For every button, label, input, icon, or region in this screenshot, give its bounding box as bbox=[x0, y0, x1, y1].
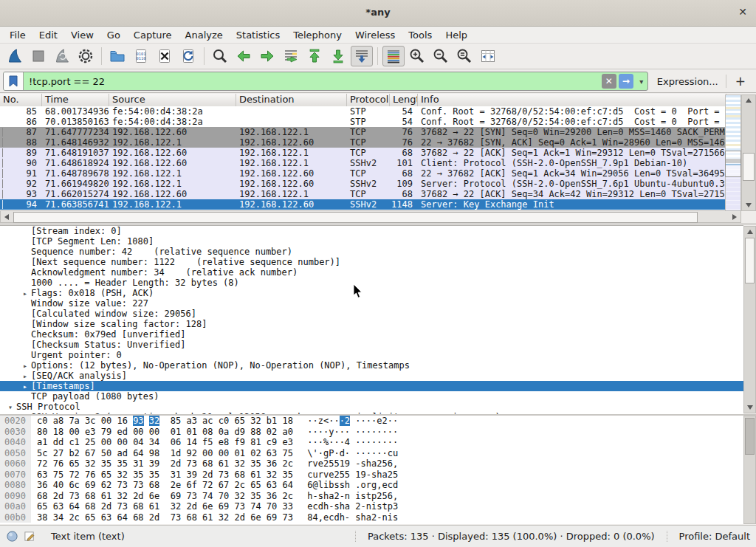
menu-wireless[interactable]: Wireless bbox=[348, 28, 402, 42]
hex-row[interactable]: 003080 18 00 e3 79 ed 00 00 01 01 08 0a … bbox=[0, 427, 743, 438]
bytes-scrollbar[interactable] bbox=[743, 416, 756, 524]
hex-row[interactable]: 00b038 34 2c 65 63 64 68 2d 73 68 61 32 … bbox=[0, 512, 743, 523]
column-header-time[interactable]: Time bbox=[42, 94, 109, 106]
column-header-protocol[interactable]: Protocol bbox=[347, 94, 390, 106]
scroll-down-icon[interactable] bbox=[744, 402, 755, 413]
column-header-no[interactable]: No. bbox=[0, 94, 42, 106]
detail-line[interactable]: [Next sequence number: 1122 (relative se… bbox=[0, 257, 743, 267]
detail-line[interactable]: ▸Flags: 0x018 (PSH, ACK) bbox=[0, 288, 743, 298]
detail-line[interactable]: ▸[Timestamps] bbox=[0, 381, 743, 391]
capture-comment-icon[interactable] bbox=[24, 530, 36, 543]
go-to-bottom-icon[interactable] bbox=[327, 46, 349, 66]
packet-row[interactable]: 8771.647777234192.168.122.60192.168.122.… bbox=[0, 127, 741, 137]
hex-row[interactable]: 007063 75 72 76 65 32 35 35 31 39 2d 73 … bbox=[0, 469, 743, 481]
find-packet-icon[interactable] bbox=[209, 46, 231, 66]
display-filter-input[interactable]: !tcp.port == 22 ✕ → ▾ bbox=[3, 72, 648, 91]
zoom-reset-icon[interactable] bbox=[453, 46, 475, 66]
detail-line[interactable]: Checksum: 0x79ed [unverified] bbox=[0, 329, 743, 340]
hex-row[interactable]: 0040a1 dd c1 25 00 00 04 34 06 14 f5 e8 … bbox=[0, 437, 743, 448]
scrollbar-thumb[interactable] bbox=[745, 238, 755, 283]
detail-line[interactable]: Window size value: 227 bbox=[0, 298, 743, 309]
collapsed-arrow-icon[interactable]: ▸ bbox=[19, 382, 31, 391]
detail-line[interactable]: [Checksum Status: Unverified] bbox=[0, 340, 743, 350]
save-file-icon[interactable]: 01010110 bbox=[130, 46, 152, 66]
collapsed-arrow-icon[interactable]: ▸ bbox=[19, 289, 31, 298]
packet-row[interactable]: 9071.648618924192.168.122.60192.168.122.… bbox=[0, 158, 741, 168]
packet-list-scrollbar[interactable] bbox=[741, 94, 756, 211]
go-back-icon[interactable] bbox=[233, 46, 255, 66]
hex-row[interactable]: 00505c 27 b2 67 50 ad 64 98 1d 92 00 00 … bbox=[0, 448, 743, 459]
hex-row[interactable]: 00a065 63 64 68 2d 73 68 61 32 2d 6e 69 … bbox=[0, 501, 743, 512]
resize-columns-icon[interactable] bbox=[477, 46, 499, 66]
scroll-up-icon[interactable] bbox=[744, 227, 755, 237]
scroll-right-icon[interactable] bbox=[729, 211, 740, 222]
detail-line[interactable]: [TCP Segment Len: 1080] bbox=[0, 236, 743, 247]
detail-line[interactable]: ▸Options: (12 bytes), No-Operation (NOP)… bbox=[0, 360, 743, 371]
minimap-thumb[interactable] bbox=[725, 151, 741, 177]
hex-row[interactable]: 009068 2d 73 68 61 32 2d 6e 69 73 74 70 … bbox=[0, 491, 743, 502]
detail-line[interactable]: Acknowledgment number: 34 (relative ack … bbox=[0, 267, 743, 278]
colorize-packets-icon[interactable] bbox=[382, 46, 405, 66]
scroll-down-icon[interactable] bbox=[742, 200, 755, 210]
auto-scroll-icon[interactable] bbox=[351, 46, 373, 66]
detail-line[interactable]: Sequence number: 42 (relative sequence n… bbox=[0, 247, 743, 257]
packet-row[interactable]: 9171.648789678192.168.122.1192.168.122.6… bbox=[0, 168, 741, 179]
reload-file-icon[interactable] bbox=[177, 46, 199, 66]
start-capture-icon[interactable] bbox=[4, 46, 26, 66]
filter-text[interactable]: !tcp.port == 22 bbox=[24, 76, 602, 87]
menu-statistics[interactable]: Statistics bbox=[230, 28, 286, 42]
close-file-icon[interactable] bbox=[154, 46, 176, 66]
add-filter-button[interactable]: + bbox=[735, 74, 746, 89]
column-header-source[interactable]: Source bbox=[109, 94, 236, 106]
menu-telephony[interactable]: Telephony bbox=[286, 28, 348, 42]
packet-row[interactable]: 9371.662015274192.168.122.60192.168.122.… bbox=[0, 189, 741, 199]
capture-options-icon[interactable] bbox=[75, 46, 97, 66]
hex-row[interactable]: 0020c0 a8 7a 3c 00 16 93 32 85 a3 ac c0 … bbox=[0, 416, 743, 427]
expression-button[interactable]: Expression... bbox=[657, 76, 718, 87]
column-header-info[interactable]: Info bbox=[418, 94, 726, 106]
go-forward-icon[interactable] bbox=[256, 46, 278, 66]
filter-dropdown-icon[interactable]: ▾ bbox=[636, 78, 647, 86]
menu-help[interactable]: Help bbox=[439, 28, 474, 42]
packet-row[interactable]: 8568.001734936fe:54:00:d4:38:2aSTP54Conf… bbox=[0, 106, 741, 117]
go-to-top-icon[interactable] bbox=[303, 46, 326, 66]
packet-row[interactable]: 8871.648146932192.168.122.1192.168.122.6… bbox=[0, 137, 741, 148]
detail-line[interactable]: [Calculated window size: 29056] bbox=[0, 309, 743, 319]
detail-line[interactable]: [Window size scaling factor: 128] bbox=[0, 319, 743, 329]
packet-list-minimap[interactable] bbox=[725, 94, 741, 211]
detail-line[interactable]: Urgent pointer: 0 bbox=[0, 350, 743, 360]
detail-line[interactable]: ▸[SEQ/ACK analysis] bbox=[0, 371, 743, 381]
menu-view[interactable]: View bbox=[64, 28, 100, 42]
filter-apply-icon[interactable]: → bbox=[619, 74, 633, 89]
menu-go[interactable]: Go bbox=[100, 28, 127, 42]
hex-row[interactable]: 006072 76 65 32 35 35 31 39 2d 73 68 61 … bbox=[0, 458, 743, 469]
filter-bookmark-icon[interactable] bbox=[4, 72, 24, 90]
open-file-icon[interactable] bbox=[106, 46, 128, 66]
scrollbar-thumb[interactable] bbox=[745, 418, 755, 455]
filter-clear-icon[interactable]: ✕ bbox=[602, 74, 616, 89]
menu-edit[interactable]: Edit bbox=[32, 28, 64, 42]
packet-row[interactable]: 9471.663856741192.168.122.1192.168.122.6… bbox=[0, 199, 741, 210]
scrollbar-thumb[interactable] bbox=[743, 153, 755, 181]
collapsed-arrow-icon[interactable]: ▸ bbox=[19, 371, 31, 381]
profile-button[interactable]: Profile: Default bbox=[667, 531, 750, 542]
menu-analyze[interactable]: Analyze bbox=[179, 28, 230, 42]
scroll-up-icon[interactable] bbox=[742, 95, 755, 106]
go-to-packet-icon[interactable] bbox=[280, 46, 302, 66]
collapsed-arrow-icon[interactable]: ▸ bbox=[19, 361, 31, 371]
expanded-arrow-icon[interactable]: ▾ bbox=[4, 402, 16, 412]
column-header-length[interactable]: Length bbox=[390, 94, 418, 106]
details-scrollbar[interactable] bbox=[743, 226, 756, 413]
scroll-left-icon[interactable] bbox=[1, 211, 13, 222]
packet-row[interactable]: 9271.661949820192.168.122.1192.168.122.6… bbox=[0, 179, 741, 189]
restart-capture-icon[interactable] bbox=[51, 46, 73, 66]
detail-line[interactable]: [Stream index: 0] bbox=[0, 226, 743, 236]
title-bar[interactable]: *any ✕ bbox=[0, 0, 756, 27]
packet-row[interactable]: 8971.648191037192.168.122.60192.168.122.… bbox=[0, 148, 741, 158]
menu-tools[interactable]: Tools bbox=[402, 28, 439, 42]
detail-line[interactable]: ▾SSH Protocol bbox=[0, 402, 743, 412]
close-icon[interactable]: ✕ bbox=[738, 6, 747, 18]
packet-row[interactable]: 8670.013850163fe:54:00:d4:38:2aSTP54Conf… bbox=[0, 117, 741, 127]
packet-list-hscrollbar[interactable] bbox=[0, 210, 741, 223]
menu-file[interactable]: File bbox=[3, 28, 32, 42]
